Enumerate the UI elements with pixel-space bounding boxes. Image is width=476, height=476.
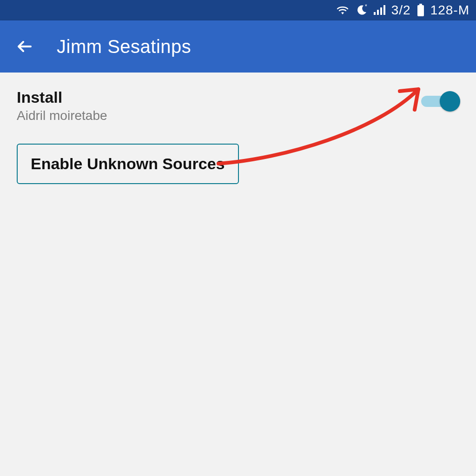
sim-indicator: 3/2 bbox=[391, 3, 411, 18]
status-right-text: 128-M bbox=[430, 3, 469, 18]
svg-rect-1 bbox=[374, 12, 376, 15]
setting-subtitle: Aidril moiretabe bbox=[17, 108, 107, 123]
svg-rect-6 bbox=[419, 4, 422, 5]
callout-label: Enable Unknown Sources bbox=[31, 155, 225, 172]
cellular-signal-icon bbox=[374, 5, 386, 16]
toggle-thumb bbox=[440, 91, 460, 112]
setting-text: Install Aidril moiretabe bbox=[17, 88, 107, 123]
svg-rect-5 bbox=[417, 5, 424, 16]
install-toggle[interactable] bbox=[419, 91, 459, 112]
svg-rect-3 bbox=[380, 7, 382, 15]
back-button[interactable] bbox=[14, 36, 34, 57]
setting-title: Install bbox=[17, 88, 107, 106]
svg-rect-2 bbox=[377, 10, 379, 15]
arrow-left-icon bbox=[15, 37, 33, 56]
wifi-icon bbox=[336, 5, 350, 16]
battery-icon bbox=[416, 4, 425, 17]
dnd-moon-icon: * bbox=[355, 4, 368, 17]
settings-content: Install Aidril moiretabe Enable Unknown … bbox=[0, 73, 476, 476]
page-title: Jimm Sesatinps bbox=[57, 36, 191, 57]
setting-row-install[interactable]: Install Aidril moiretabe bbox=[17, 88, 459, 123]
status-bar: * 3/2 128-M bbox=[0, 0, 476, 20]
callout-enable-unknown-sources: Enable Unknown Sources bbox=[17, 144, 239, 184]
svg-text:*: * bbox=[365, 4, 367, 10]
svg-rect-4 bbox=[383, 5, 385, 15]
app-bar: Jimm Sesatinps bbox=[0, 20, 476, 73]
